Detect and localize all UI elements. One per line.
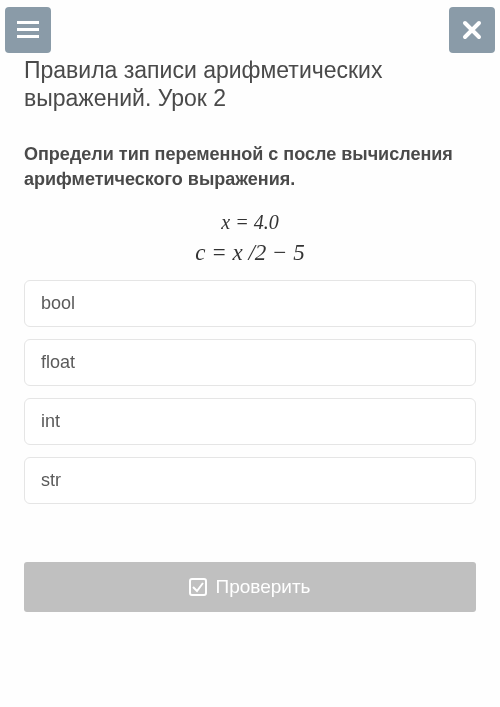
option-str[interactable]: str [24, 457, 476, 504]
expression-block: x = 4.0 c = x /2 − 5 [0, 211, 500, 266]
check-button-label: Проверить [215, 576, 310, 598]
checkbox-icon [189, 578, 207, 596]
svg-rect-2 [17, 35, 39, 38]
footer: Проверить [0, 522, 500, 612]
option-bool[interactable]: bool [24, 280, 476, 327]
svg-rect-1 [17, 28, 39, 31]
close-icon [462, 20, 482, 40]
option-float[interactable]: float [24, 339, 476, 386]
svg-rect-0 [17, 21, 39, 24]
check-button[interactable]: Проверить [24, 562, 476, 612]
hamburger-icon [17, 21, 39, 39]
question-section: Определи тип переменной c после вычислен… [0, 112, 500, 192]
option-int[interactable]: int [24, 398, 476, 445]
close-button[interactable] [449, 7, 495, 53]
header-bar [0, 0, 500, 53]
expression-line-1: x = 4.0 [0, 211, 500, 234]
page-title: Правила записи арифметических выражений.… [0, 51, 500, 112]
options-list: bool float int str [0, 274, 500, 522]
menu-button[interactable] [5, 7, 51, 53]
svg-rect-3 [190, 579, 206, 595]
question-text: Определи тип переменной c после вычислен… [24, 142, 476, 192]
expression-line-2: c = x /2 − 5 [0, 240, 500, 266]
